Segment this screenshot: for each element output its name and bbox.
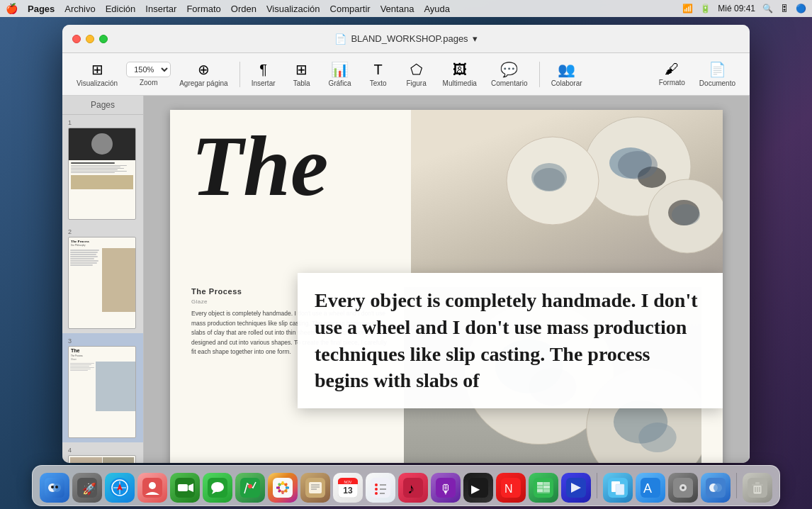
dock-item-safari[interactable] [105, 473, 135, 503]
big-heading-the[interactable]: The [191, 124, 328, 209]
dock-item-launchpad[interactable]: 🚀 [72, 473, 102, 503]
dock-item-finder2[interactable] [701, 473, 731, 503]
page-thumbnail-2[interactable]: 2 The Process Our Philosophy [62, 224, 143, 333]
svg-line-44 [278, 483, 281, 486]
page-thumbnail-3[interactable]: 3 The The Process Glaze [62, 333, 143, 442]
svg-rect-77 [537, 486, 543, 488]
thumb-img-1 [68, 128, 136, 220]
menubar-formato[interactable]: Formato [186, 4, 220, 14]
wifi-icon: 📶 [682, 4, 693, 13]
menubar-right: 📶 🔋 Mié 09:41 🔍 🎛 🔵 [682, 4, 806, 13]
menubar-visualizacion[interactable]: Visualización [266, 4, 320, 14]
chart-button[interactable]: 📊 Gráfica [322, 58, 358, 90]
add-page-label: Agregar página [179, 79, 227, 87]
process-title: The Process [191, 287, 390, 296]
ceramic-image-area [411, 110, 723, 273]
svg-rect-76 [543, 482, 550, 485]
dock-item-podcasts[interactable]: 🎙 [431, 473, 461, 503]
dock-item-tv[interactable]: ▶ [463, 473, 493, 503]
svg-text:🎙: 🎙 [439, 482, 452, 496]
table-button[interactable]: ⊞ Tabla [284, 58, 320, 90]
dock-item-news[interactable]: N [496, 473, 526, 503]
text-button[interactable]: T Texto [361, 59, 396, 90]
dock-item-reminders[interactable] [366, 473, 395, 503]
format-panel [749, 96, 750, 463]
titlebar-filename: BLAND_WORKSHOP.pages [351, 33, 468, 44]
menubar-edicion[interactable]: Edición [106, 4, 136, 14]
canvas-area[interactable]: The [144, 96, 749, 463]
close-button[interactable] [72, 35, 81, 43]
collaborate-icon: 👥 [558, 61, 575, 78]
svg-text:NOV: NOV [344, 480, 353, 484]
svg-point-20 [55, 486, 58, 488]
chart-icon: 📊 [331, 61, 349, 78]
collaborate-button[interactable]: 👥 Colaborar [546, 58, 588, 90]
comment-button[interactable]: 💬 Comentario [485, 58, 534, 90]
menubar-orden[interactable]: Orden [231, 4, 256, 14]
control-center-icon[interactable]: 🎛 [780, 4, 789, 13]
maximize-button[interactable] [99, 35, 108, 43]
svg-rect-80 [543, 489, 550, 492]
page-num-1: 1 [68, 119, 137, 126]
svg-rect-97 [755, 482, 760, 484]
svg-point-61 [375, 492, 378, 495]
minimize-button[interactable] [86, 35, 94, 43]
dock-item-systemprefs[interactable] [668, 473, 698, 503]
menubar-compartir[interactable]: Compartir [330, 4, 371, 14]
page-num-2: 2 [68, 228, 137, 235]
dock-item-preview[interactable] [603, 473, 633, 503]
zoom-label: Zoom [140, 79, 158, 86]
dock-item-contacts2[interactable] [300, 473, 330, 503]
page-thumbnail-1[interactable]: 1 [62, 115, 143, 224]
menubar-ayuda[interactable]: Ayuda [424, 4, 450, 14]
insert-button[interactable]: ¶ Insertar [246, 59, 281, 90]
dock-item-finder[interactable] [40, 473, 69, 503]
dock-item-maps[interactable] [235, 473, 265, 503]
siri-icon[interactable]: 🔵 [796, 4, 806, 13]
svg-rect-79 [537, 489, 543, 492]
search-icon[interactable]: 🔍 [762, 4, 773, 13]
shape-button[interactable]: ⬠ Figura [399, 58, 434, 90]
menubar-ventana[interactable]: Ventana [380, 4, 415, 14]
document-label: Documento [699, 79, 735, 87]
dock: 🚀 13NOV ♪ 🎙 ▶ N [32, 465, 780, 506]
traffic-lights [72, 35, 108, 43]
thumb-img-4 [68, 455, 136, 463]
format-button[interactable]: 🖌 Formato [653, 58, 691, 90]
menubar-left: 🍎 Pages Archivo Edición Insertar Formato… [6, 3, 671, 14]
media-button[interactable]: 🖼 Multimedia [437, 59, 483, 90]
svg-rect-75 [537, 482, 543, 485]
zoom-select[interactable]: 150% 100% 75% [126, 62, 171, 77]
dock-item-photos[interactable] [268, 473, 298, 503]
menubar-app-name[interactable]: Pages [28, 4, 55, 14]
apple-menu-icon[interactable]: 🍎 [6, 3, 18, 14]
dock-item-trash[interactable] [743, 473, 772, 503]
dock-item-appstore[interactable]: A [636, 473, 665, 503]
view-button[interactable]: ⊞ Visualización [71, 58, 123, 90]
dock-item-facetime[interactable] [170, 473, 200, 503]
table-label: Tabla [293, 79, 310, 87]
dock-item-numbers[interactable] [529, 473, 558, 503]
page-header: The [170, 110, 723, 273]
document-button[interactable]: 📄 Documento [694, 58, 741, 90]
format-icon: 🖌 [665, 61, 679, 77]
add-page-button[interactable]: ⊕ Agregar página [174, 58, 233, 90]
page-thumbnail-4[interactable]: 4 [62, 442, 143, 463]
dock-item-calendar[interactable]: 13NOV [333, 473, 363, 503]
dock-item-music[interactable]: ♪ [398, 473, 428, 503]
dock-item-messages[interactable] [203, 473, 232, 503]
body-text[interactable]: Every object is completely handmade. I d… [191, 309, 390, 357]
dock-item-keynote[interactable] [561, 473, 591, 503]
titlebar-dropdown-icon[interactable]: ▾ [473, 33, 478, 44]
menubar-time: Mié 09:41 [718, 4, 755, 13]
svg-rect-96 [752, 484, 763, 486]
svg-rect-38 [273, 478, 293, 498]
svg-text:♪: ♪ [407, 481, 415, 496]
menubar-archivo[interactable]: Archivo [64, 4, 95, 14]
svg-point-29 [149, 482, 156, 489]
svg-point-15 [638, 423, 676, 452]
menubar-insertar[interactable]: Insertar [145, 4, 176, 14]
dock-item-contacts[interactable] [137, 473, 167, 503]
media-icon: 🖼 [453, 62, 467, 78]
document-page: The [170, 110, 723, 463]
